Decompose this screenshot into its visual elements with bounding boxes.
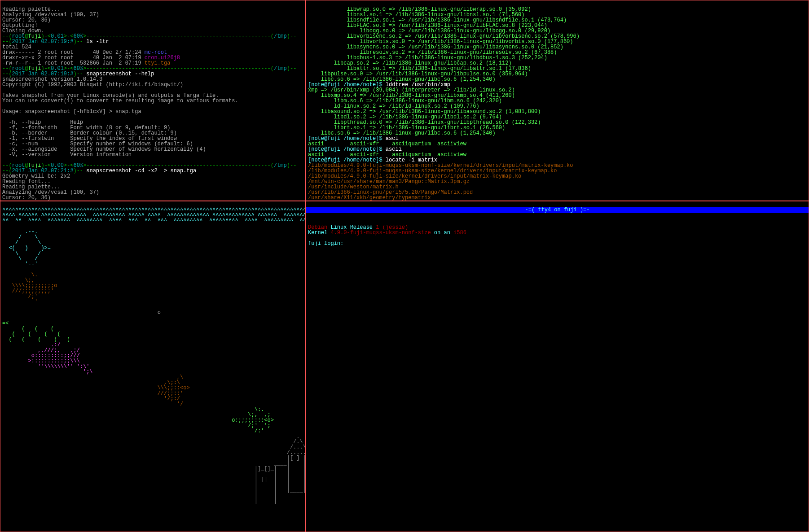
issue-line-2: Kernel 4.9.0-fuji-muqss-uksm-nonf-size o… [308, 230, 466, 236]
jellyfish-icon: .--. / \ / \ <( ) )>= \ / \ / '--' [2, 229, 51, 267]
fish3-icon: .:/ ,,///;, ,;/ o:::::::::;;/// >:::::::… [2, 342, 93, 375]
help-4: You can use convert(1) to convert the re… [2, 98, 238, 104]
tail-4: Cursor: 20, 36) [2, 195, 51, 201]
console-grid: Reading palette... Analyzing /dev/vcsa1 … [0, 0, 809, 532]
login-prompt[interactable]: fuji login: [308, 240, 343, 247]
tty4-titlebar: -=( tty4 on fuji )=- [306, 207, 809, 213]
tty1-pane[interactable]: Reading palette... Analyzing /dev/vcsa1 … [0, 0, 306, 201]
wave-2: ^^ ^^ ^^^^ ^^^^^^^ ^^^^^^^^ ^^^^ ^^^ ^^ … [2, 218, 306, 224]
help-14: -V, --version Version information [2, 152, 132, 158]
tty4-login[interactable]: -=( tty4 on fuji )=- Debian Linux Releas… [306, 201, 809, 532]
tty2-pane[interactable]: libwrap.so.0 => /lib/i386-linux-gnu/libw… [306, 0, 809, 201]
fish-small-icon: \. \;, \\\\;;;;;;;;;o ///;;;;;;;;;' /;' … [2, 272, 57, 305]
help-6: Usage: snapscreenshot [-hfb1cxV] > snap.… [2, 109, 141, 115]
fish4-icon: ,\ ,\;:\ \\\;;::<o> ///;;::' [2, 374, 190, 407]
tty3-asciiquarium[interactable]: ^^^^^^^^^^^^^^^^^^^^^^^^^^^^^^^^^^^^^^^^… [0, 201, 306, 532]
bubble-icon: o [2, 310, 161, 316]
help-1: Copyright (C) 1992,2003 Bisqwit (http://… [2, 82, 183, 88]
castle-icon: . /.\ /...\ [2, 433, 306, 504]
fish5-icon: \:. \;, ,; o:;;;;;:::<o> [2, 406, 274, 434]
whale-icon: =< ( ( ( ( ( ( ( ( ( ( ( ( [2, 320, 70, 343]
